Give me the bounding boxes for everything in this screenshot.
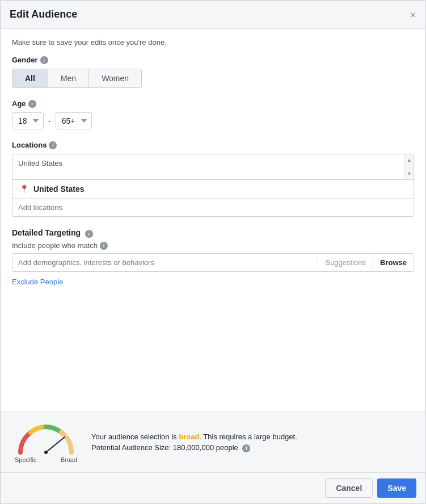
gender-all-button[interactable]: All bbox=[12, 69, 48, 87]
locations-header: United States ▲ ▼ bbox=[12, 154, 414, 180]
suggestions-button[interactable]: Suggestions bbox=[318, 254, 373, 271]
close-button[interactable]: × bbox=[410, 9, 416, 20]
modal-body: Make sure to save your edits once you're… bbox=[1, 29, 425, 411]
gender-button-group: All Men Women bbox=[12, 69, 142, 88]
include-label: Include people who match i bbox=[12, 241, 414, 250]
add-locations-input[interactable] bbox=[12, 198, 414, 216]
targeting-input[interactable] bbox=[12, 254, 318, 271]
age-section: Age i 13141516 17181920 21222530 3540455… bbox=[12, 99, 414, 129]
locations-search-text: United States bbox=[12, 154, 404, 179]
modal-title: Edit Audience bbox=[10, 9, 77, 20]
potential-size: Potential Audience Size: 180,000,000 peo… bbox=[91, 443, 414, 452]
age-dash: - bbox=[48, 116, 51, 125]
include-info-icon[interactable]: i bbox=[100, 242, 108, 250]
age-max-select[interactable]: 18192021 22253035 40455055 6065+ bbox=[56, 112, 92, 129]
gauge-labels: Specific Broad bbox=[15, 456, 77, 463]
broad-text: broad bbox=[179, 432, 199, 441]
age-min-select[interactable]: 13141516 17181920 21222530 35404550 5560… bbox=[12, 112, 44, 129]
modal: Edit Audience × Make sure to save your e… bbox=[0, 0, 426, 504]
gauge-svg bbox=[15, 421, 77, 455]
modal-header: Edit Audience × bbox=[1, 1, 425, 29]
info-text: Make sure to save your edits once you're… bbox=[12, 38, 414, 47]
targeting-input-box: Suggestions Browse bbox=[12, 253, 414, 272]
svg-line-0 bbox=[46, 437, 65, 452]
locations-box: United States ▲ ▼ 📍 United States bbox=[12, 154, 414, 217]
locations-info-icon[interactable]: i bbox=[49, 141, 57, 149]
location-item: 📍 United States bbox=[12, 180, 414, 198]
gauge-broad-label: Broad bbox=[61, 456, 77, 463]
audience-meter: Specific Broad Your audience selection i… bbox=[1, 412, 425, 472]
audience-selection-text: Your audience selection is broad. This r… bbox=[91, 432, 414, 441]
browse-button[interactable]: Browse bbox=[373, 254, 414, 271]
footer-buttons: Cancel Save bbox=[1, 472, 425, 503]
gender-label: Gender i bbox=[12, 56, 414, 64]
detailed-targeting-info-icon[interactable]: i bbox=[85, 230, 93, 238]
location-name: United States bbox=[33, 184, 84, 194]
locations-scrollbar[interactable]: ▲ ▼ bbox=[404, 154, 414, 179]
audience-info: Your audience selection is broad. This r… bbox=[91, 432, 414, 452]
gender-section: Gender i All Men Women bbox=[12, 56, 414, 88]
potential-info-icon[interactable]: i bbox=[242, 444, 250, 452]
age-info-icon[interactable]: i bbox=[28, 100, 36, 108]
svg-point-1 bbox=[44, 451, 48, 454]
exclude-people-link[interactable]: Exclude People bbox=[12, 278, 63, 286]
age-label: Age i bbox=[12, 99, 414, 108]
gender-women-button[interactable]: Women bbox=[89, 69, 141, 87]
detailed-targeting-label: Detailed Targeting i bbox=[12, 228, 414, 238]
save-button[interactable]: Save bbox=[377, 478, 416, 498]
cancel-button[interactable]: Cancel bbox=[325, 478, 373, 498]
locations-section: Locations i United States ▲ ▼ 📍 United S… bbox=[12, 141, 414, 217]
scrollbar-down[interactable]: ▼ bbox=[405, 168, 414, 179]
modal-footer: Specific Broad Your audience selection i… bbox=[1, 411, 425, 503]
location-pin-icon: 📍 bbox=[19, 184, 29, 194]
scrollbar-up[interactable]: ▲ bbox=[405, 154, 414, 166]
age-row: 13141516 17181920 21222530 35404550 5560… bbox=[12, 112, 414, 129]
detailed-targeting-section: Detailed Targeting i Include people who … bbox=[12, 228, 414, 286]
gender-men-button[interactable]: Men bbox=[48, 69, 89, 87]
gender-info-icon[interactable]: i bbox=[40, 56, 48, 64]
gauge-container: Specific Broad bbox=[12, 421, 80, 463]
locations-label: Locations i bbox=[12, 141, 414, 149]
gauge-specific-label: Specific bbox=[15, 456, 37, 463]
